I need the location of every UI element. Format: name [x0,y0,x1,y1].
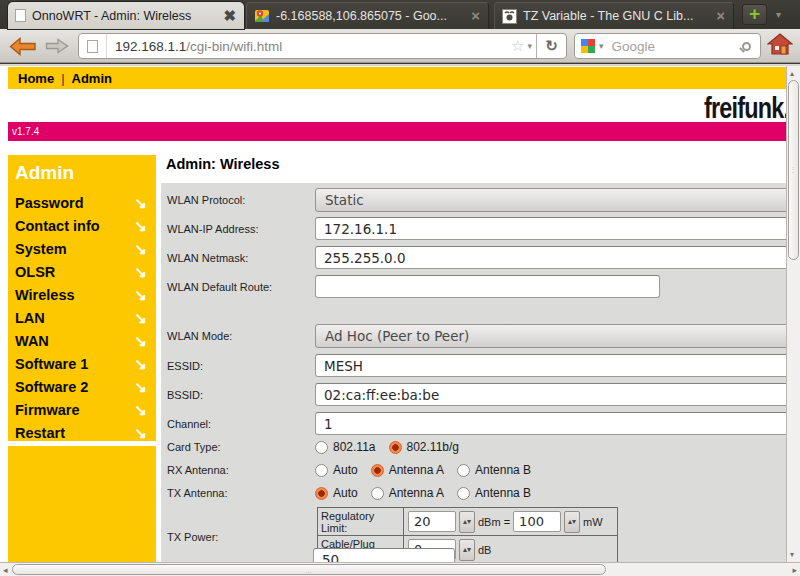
wlan-ip-field[interactable] [315,217,786,240]
sidebar-item-label: Wireless [15,287,75,303]
radio-option[interactable]: 802.11b/g [389,440,460,454]
bssid-label: BSSID: [167,389,315,401]
bookmark-star-icon[interactable]: ☆ [508,37,527,55]
sidebar-item-contact-info[interactable]: Contact info [8,214,156,237]
se-arrow-icon [134,424,147,442]
spinner-stepper[interactable]: ▴▾ [459,511,475,533]
radio-label: 802.11a [333,440,376,454]
radio-icon[interactable] [457,487,470,500]
wlan-default-route-field[interactable] [315,275,660,298]
url-dropdown-icon[interactable]: ▾ [527,41,536,51]
scroll-left-icon[interactable]: ◂ [3,565,8,575]
new-tab-button[interactable]: + [742,4,767,25]
google-engine-icon[interactable] [581,39,595,53]
close-icon[interactable]: × [469,9,482,23]
url-bar[interactable]: 192.168.1.1/cgi-bin/wifi.html ☆ ▾ ↻ [78,33,567,59]
tab-list-dropdown-icon[interactable]: ▾ [776,9,781,20]
scroll-down-icon[interactable]: ▾ [790,550,794,559]
sidebar-item-wireless[interactable]: Wireless [8,283,156,306]
tab-tz-variable[interactable]: TZ Variable - The GNU C Lib... × [494,2,734,29]
spinner-stepper[interactable]: ▴▾ [564,511,580,533]
admin-link[interactable]: Admin [72,71,112,86]
radio-icon[interactable] [315,464,328,477]
radio-option[interactable]: 802.11a [315,440,376,454]
sidebar-item-label: System [15,241,67,257]
radio-option[interactable]: Antenna A [371,463,444,477]
radio-option[interactable]: Auto [315,486,358,500]
tx-power-field[interactable] [313,548,455,562]
bssid-field[interactable] [315,383,786,406]
scroll-right-icon[interactable]: ▸ [792,565,797,575]
url-text[interactable]: 192.168.1.1/cgi-bin/wifi.html [107,39,508,54]
se-arrow-icon [134,194,147,212]
home-button[interactable] [764,31,796,57]
radio-option[interactable]: Antenna A [371,486,444,500]
radio-label: 802.11b/g [407,440,460,454]
tab-onnowrt[interactable]: OnnoWRT - Admin: Wireless ✖ [8,2,244,29]
vertical-scrollbar-thumb[interactable]: ⋮ [788,80,799,260]
tab-google-maps[interactable]: -6.168588,106.865075 - Goo... × [246,2,489,29]
forward-arrow-icon [45,38,69,54]
breadcrumb: Home | Admin [8,67,786,89]
scroll-up-icon[interactable]: ▴ [790,69,794,78]
engine-dropdown-icon[interactable]: ▾ [595,41,608,51]
sidebar-item-lan[interactable]: LAN [8,306,156,329]
sidebar-item-label: Software 2 [15,379,88,395]
sidebar-item-password[interactable]: Password [8,191,156,214]
wlan-mode-select[interactable]: Ad Hoc (Peer to Peer) [315,324,786,348]
radio-label: Auto [333,486,358,500]
sidebar-item-wan[interactable]: WAN [8,329,156,352]
sidebar-item-label: Firmware [15,402,79,418]
vertical-scrollbar[interactable]: ▴ ⋮ ▾ [786,66,800,562]
admin-sidebar: Admin PasswordContact infoSystemOLSRWire… [8,155,156,441]
radio-option[interactable]: Antenna B [457,486,531,500]
tx-antenna-label: TX Antenna: [167,487,315,499]
radio-selected-icon[interactable] [371,464,384,477]
browser-viewport: Home | Admin freifunk.f v1.7.4 Admin Pas… [0,66,800,576]
horizontal-scrollbar-thumb[interactable]: … [12,564,606,575]
db-unit-label: dB [478,544,491,556]
wifi-admin-page: Home | Admin freifunk.f v1.7.4 Admin Pas… [0,66,786,562]
sidebar-item-system[interactable]: System [8,237,156,260]
search-input[interactable]: Google [608,39,742,54]
rx-antenna-label: RX Antenna: [167,464,315,476]
se-arrow-icon [134,217,147,235]
sidebar-item-firmware[interactable]: Firmware [8,398,156,421]
reload-button[interactable]: ↻ [536,34,566,58]
close-icon[interactable]: × [714,9,727,23]
sidebar-item-olsr[interactable]: OLSR [8,260,156,283]
radio-icon[interactable] [315,441,328,454]
sidebar-item-restart[interactable]: Restart [8,421,156,444]
radio-icon[interactable] [371,487,384,500]
breadcrumb-separator: | [61,71,64,86]
back-button[interactable] [6,33,40,59]
wlan-protocol-select[interactable]: Static [315,188,786,212]
home-link[interactable]: Home [18,71,54,86]
radio-selected-icon[interactable] [389,441,402,454]
horizontal-scrollbar[interactable]: ◂ … ▸ [0,562,800,576]
essid-label: ESSID: [167,360,315,372]
spinner-stepper[interactable]: ▴▾ [459,539,475,561]
radio-option[interactable]: Auto [315,463,358,477]
regulatory-limit-dbm-field[interactable] [408,511,456,532]
search-bar[interactable]: ▾ Google [574,33,761,59]
wlan-netmask-field[interactable] [315,246,786,269]
wlan-netmask-label: WLAN Netmask: [167,252,315,264]
regulatory-limit-mw-field[interactable] [513,511,561,532]
search-magnifier-icon[interactable] [742,42,751,51]
radio-option[interactable]: Antenna B [457,463,531,477]
essid-field[interactable] [315,354,786,377]
tab-bar: OnnoWRT - Admin: Wireless ✖ -6.168588,10… [0,0,800,29]
sidebar-item-label: Software 1 [15,356,88,372]
gnu-icon [502,9,517,24]
sidebar-item-software-2[interactable]: Software 2 [8,375,156,398]
tab-title: OnnoWRT - Admin: Wireless [32,9,217,23]
close-icon[interactable]: ✖ [221,9,238,23]
radio-label: Auto [333,463,358,477]
channel-field[interactable] [315,412,786,435]
radio-selected-icon[interactable] [315,487,328,500]
sidebar-item-software-1[interactable]: Software 1 [8,352,156,375]
se-arrow-icon [134,378,147,396]
forward-button[interactable] [42,33,72,59]
radio-icon[interactable] [457,464,470,477]
